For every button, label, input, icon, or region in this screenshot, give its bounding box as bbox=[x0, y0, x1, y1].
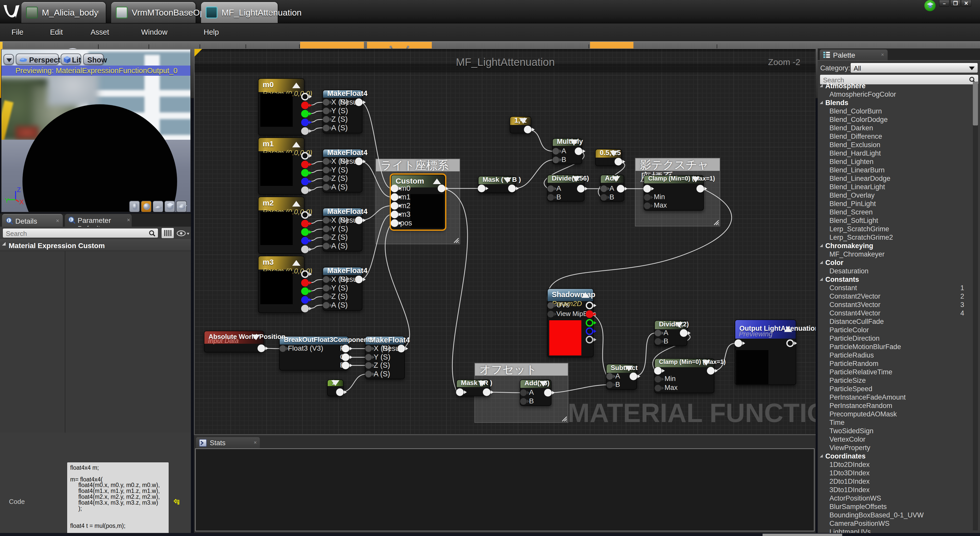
svg-text:Z: Z bbox=[17, 187, 21, 193]
svg-text:X: X bbox=[19, 198, 24, 205]
svg-text:i: i bbox=[8, 218, 9, 223]
svg-text:i: i bbox=[70, 217, 71, 222]
svg-text:Y: Y bbox=[5, 197, 9, 204]
